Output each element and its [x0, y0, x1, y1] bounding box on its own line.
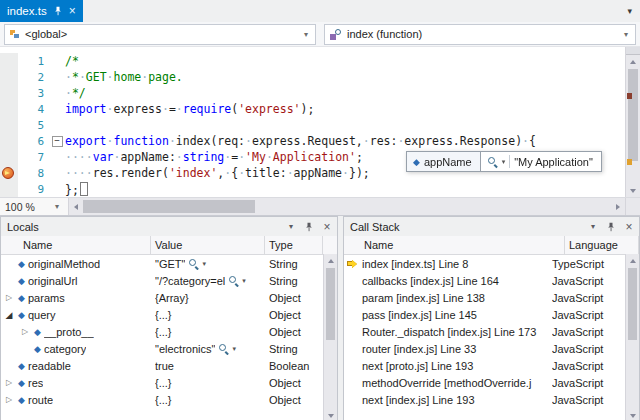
column-header-name[interactable]: Name: [1, 236, 151, 254]
breakpoint-margin[interactable]: [0, 101, 18, 117]
code-text[interactable]: ····var·appName:·string·=·'My·Applicatio…: [65, 150, 363, 164]
scroll-right-arrow[interactable]: [611, 198, 625, 215]
scrollbar-thumb[interactable]: [628, 268, 637, 340]
breakpoint-margin[interactable]: [0, 181, 18, 197]
locals-value-cell: "electronics"▾: [151, 343, 265, 355]
scroll-up-arrow[interactable]: [626, 55, 640, 68]
close-icon[interactable]: ×: [622, 220, 636, 234]
callstack-row[interactable]: callbacks [index.js] Line 164JavaScript: [344, 272, 626, 289]
visualizer-dropdown-icon[interactable]: ▾: [202, 260, 206, 268]
zoom-control[interactable]: 100 % ▾: [0, 198, 69, 215]
locals-row[interactable]: ◆readabletrueBoolean: [1, 357, 324, 374]
code-token: var: [93, 150, 114, 164]
callstack-row[interactable]: pass [index.js] Line 145JavaScript: [344, 306, 626, 323]
code-text[interactable]: ·*/: [65, 86, 86, 100]
callstack-row[interactable]: index [index.ts] Line 8TypeScript: [344, 255, 626, 272]
expand-icon[interactable]: ▷: [19, 327, 31, 336]
locals-scrollbar[interactable]: [323, 254, 337, 420]
code-text[interactable]: ·*·GET·home·page.: [65, 70, 183, 84]
scroll-up-arrow[interactable]: [626, 254, 639, 267]
pin-icon[interactable]: [604, 220, 618, 234]
callstack-row[interactable]: methodOverride [methodOverride.jJavaScri…: [344, 374, 626, 391]
scrollbar-track[interactable]: [83, 198, 611, 215]
scroll-left-arrow[interactable]: [69, 198, 83, 215]
scroll-down-arrow[interactable]: [324, 409, 337, 420]
magnifier-icon[interactable]: [228, 275, 239, 286]
scope-dropdown[interactable]: <global> ▾: [4, 24, 316, 45]
callstack-scrollbar[interactable]: [625, 254, 639, 420]
expand-icon[interactable]: ▷: [3, 378, 15, 387]
visualizer-dropdown-icon[interactable]: ▾: [502, 158, 506, 166]
fold-collapse-icon[interactable]: −: [52, 136, 63, 147]
breakpoint-margin[interactable]: [0, 69, 18, 85]
code-token: Application': [273, 150, 356, 164]
editor-vertical-scrollbar[interactable]: [625, 47, 640, 197]
locals-row[interactable]: ◆originalUrl"/?category=el▾String: [1, 272, 324, 289]
code-text[interactable]: import·express·=·require('express');: [65, 102, 314, 116]
code-text[interactable]: export·function·index(req:·express.Reque…: [65, 134, 536, 148]
code-text[interactable]: ····res.render('index',·{·title:·appName…: [65, 166, 370, 180]
locals-title-bar[interactable]: Locals ▾ ×: [1, 217, 337, 236]
pin-tab-icon[interactable]: [53, 6, 63, 16]
scrollbar-thumb[interactable]: [326, 268, 335, 340]
locals-row[interactable]: ▷◆__proto__{...}Object: [1, 323, 324, 340]
callstack-row[interactable]: next [index.js] Line 193JavaScript: [344, 391, 626, 408]
close-icon[interactable]: ×: [320, 220, 334, 234]
scroll-up-arrow[interactable]: [324, 254, 337, 267]
splitter-grip[interactable]: [626, 47, 640, 55]
code-text[interactable]: /*: [65, 54, 79, 68]
magnifier-icon[interactable]: [218, 343, 229, 354]
visualizer-dropdown-icon[interactable]: ▾: [242, 277, 246, 285]
frame-name: next [proto.js] Line 193: [362, 360, 473, 372]
code-token: title:: [245, 166, 287, 180]
frame-language: JavaScript: [552, 343, 603, 355]
locals-row[interactable]: ▷◆res{...}Object: [1, 374, 324, 391]
locals-row[interactable]: ◢◆query{...}Object: [1, 306, 324, 323]
locals-row[interactable]: ◆category"electronics"▾String: [1, 340, 324, 357]
breakpoint-margin[interactable]: [0, 133, 18, 149]
line-number: 1: [18, 55, 49, 68]
frame-name-cell: Router._dispatch [index.js] Line 173: [362, 326, 552, 338]
window-position-icon[interactable]: ▾: [586, 220, 600, 234]
frame-language-cell: JavaScript: [552, 394, 626, 406]
close-tab-icon[interactable]: ×: [69, 6, 76, 16]
editor-horizontal-scrollbar[interactable]: [69, 198, 640, 215]
tab-index-ts[interactable]: index.ts ×: [0, 0, 83, 22]
tab-overflow-button[interactable]: ▾: [619, 0, 640, 22]
frame-name: pass [index.js] Line 145: [362, 309, 477, 321]
magnifier-icon[interactable]: [487, 156, 498, 167]
locals-row[interactable]: ▷◆route{...}Object: [1, 391, 324, 408]
scrollbar-thumb[interactable]: [83, 200, 255, 213]
collapse-icon[interactable]: ◢: [3, 310, 15, 320]
scrollbar-thumb[interactable]: [628, 69, 638, 161]
breakpoint-margin[interactable]: [0, 149, 18, 165]
column-header-language[interactable]: Language: [565, 236, 639, 254]
expand-icon[interactable]: ▷: [3, 395, 15, 404]
pin-icon[interactable]: [302, 220, 316, 234]
callstack-title-bar[interactable]: Call Stack ▾ ×: [344, 217, 639, 236]
callstack-row[interactable]: Router._dispatch [index.js] Line 173Java…: [344, 323, 626, 340]
member-dropdown[interactable]: index (function) ▾: [324, 24, 636, 45]
visualizer-dropdown-icon[interactable]: ▾: [232, 345, 236, 353]
window-position-icon[interactable]: ▾: [284, 220, 298, 234]
code-text[interactable]: };: [65, 182, 88, 197]
breakpoint-margin[interactable]: [0, 53, 18, 69]
code-token: 'index': [169, 166, 217, 180]
callstack-row[interactable]: next [proto.js] Line 193JavaScript: [344, 357, 626, 374]
expand-icon[interactable]: ▷: [3, 293, 15, 302]
breakpoint-margin[interactable]: [0, 165, 18, 181]
locals-row[interactable]: ◆originalMethod"GET"▾String: [1, 255, 324, 272]
datatip-variable[interactable]: ◆ appName: [406, 151, 481, 172]
scroll-down-arrow[interactable]: [626, 409, 639, 420]
frame-language-cell: JavaScript: [552, 309, 626, 321]
column-header-name[interactable]: Name: [344, 236, 565, 254]
column-header-type[interactable]: Type: [265, 236, 323, 254]
callstack-row[interactable]: router [index.js] Line 33JavaScript: [344, 340, 626, 357]
column-header-value[interactable]: Value: [151, 236, 265, 254]
scroll-down-arrow[interactable]: [626, 184, 640, 197]
magnifier-icon[interactable]: [188, 258, 199, 269]
breakpoint-margin[interactable]: [0, 117, 18, 133]
callstack-row[interactable]: param [index.js] Line 138JavaScript: [344, 289, 626, 306]
breakpoint-margin[interactable]: [0, 85, 18, 101]
locals-row[interactable]: ▷◆params{Array}Object: [1, 289, 324, 306]
